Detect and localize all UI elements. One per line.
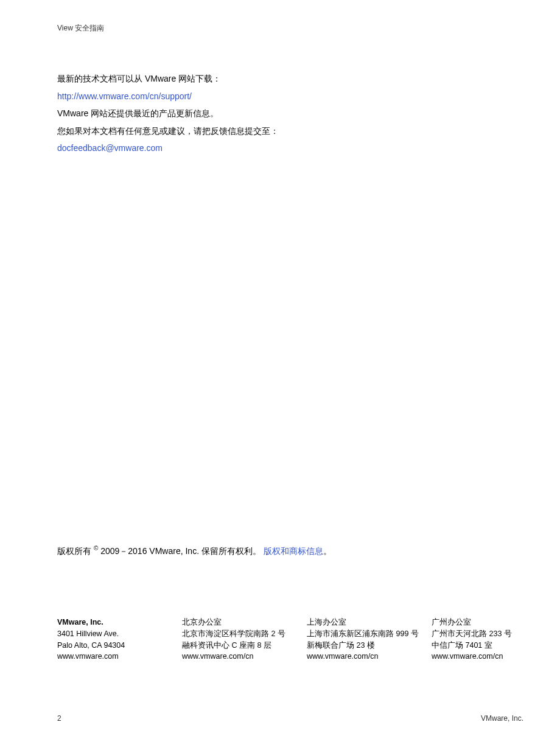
content-line-3: 您如果对本文档有任何意见或建议，请把反馈信息提交至：	[57, 123, 503, 139]
address-line: www.vmware.com/cn	[307, 651, 419, 662]
address-line: 融科资讯中心 C 座南 8 层	[182, 640, 295, 651]
address-line: 北京市海淀区科学院南路 2 号	[182, 628, 295, 640]
address-guangzhou: 广州办公室 广州市天河北路 233 号 中信广场 7401 室 www.vmwa…	[432, 617, 526, 662]
address-line: 中信广场 7401 室	[432, 640, 526, 651]
address-line: Palo Alto, CA 94304	[57, 640, 170, 651]
address-line: www.vmware.com/cn	[432, 651, 526, 662]
address-line: 3401 Hillview Ave.	[57, 628, 170, 640]
address-shanghai: 上海办公室 上海市浦东新区浦东南路 999 号 新梅联合广场 23 楼 www.…	[307, 617, 419, 662]
address-title: 北京办公室	[182, 617, 295, 628]
document-header: View 安全指南	[57, 23, 104, 33]
page-footer: 2 VMware, Inc.	[57, 714, 523, 723]
main-content: 最新的技术文档可以从 VMware 网站下载： http://www.vmwar…	[57, 71, 503, 158]
address-line: 新梅联合广场 23 楼	[307, 640, 419, 651]
address-title: 广州办公室	[432, 617, 526, 628]
copyright-prefix: 版权所有	[57, 546, 94, 556]
copyright-notice: 版权所有 © 2009－2016 VMware, Inc. 保留所有权利。 版权…	[57, 545, 332, 557]
address-title: 上海办公室	[307, 617, 419, 628]
address-vmware-hq: VMware, Inc. 3401 Hillview Ave. Palo Alt…	[57, 617, 170, 662]
content-line-2: VMware 网站还提供最近的产品更新信息。	[57, 105, 503, 122]
document-title: View 安全指南	[57, 24, 104, 32]
trademark-link[interactable]: 版权和商标信息	[264, 546, 323, 556]
address-title: VMware, Inc.	[57, 617, 170, 628]
copyright-text: 2009－2016 VMware, Inc. 保留所有权利。	[98, 546, 264, 556]
address-beijing: 北京办公室 北京市海淀区科学院南路 2 号 融科资讯中心 C 座南 8 层 ww…	[182, 617, 295, 662]
address-line: 上海市浦东新区浦东南路 999 号	[307, 628, 419, 640]
address-line: 广州市天河北路 233 号	[432, 628, 526, 640]
page-number: 2	[57, 714, 61, 723]
content-line-1: 最新的技术文档可以从 VMware 网站下载：	[57, 71, 503, 87]
address-section: VMware, Inc. 3401 Hillview Ave. Palo Alt…	[57, 617, 523, 662]
feedback-email-link[interactable]: docfeedback@vmware.com	[57, 143, 163, 153]
copyright-suffix: 。	[323, 546, 332, 556]
address-line: www.vmware.com	[57, 651, 170, 662]
footer-company: VMware, Inc.	[481, 714, 523, 723]
support-link[interactable]: http://www.vmware.com/cn/support/	[57, 91, 192, 101]
address-line: www.vmware.com/cn	[182, 651, 295, 662]
